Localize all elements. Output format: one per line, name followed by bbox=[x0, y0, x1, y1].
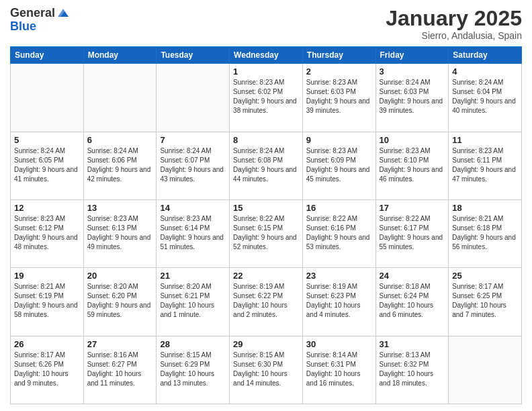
day-info: Sunrise: 8:15 AM Sunset: 6:29 PM Dayligh… bbox=[160, 351, 226, 388]
day-number: 24 bbox=[380, 271, 445, 281]
day-info: Sunrise: 8:23 AM Sunset: 6:10 PM Dayligh… bbox=[380, 146, 445, 184]
day-cell: 23Sunrise: 8:19 AM Sunset: 6:23 PM Dayli… bbox=[302, 268, 375, 336]
day-info: Sunrise: 8:21 AM Sunset: 6:18 PM Dayligh… bbox=[452, 214, 518, 252]
day-header-friday: Friday bbox=[375, 47, 449, 64]
day-info: Sunrise: 8:23 AM Sunset: 6:13 PM Dayligh… bbox=[87, 214, 153, 252]
day-number: 31 bbox=[380, 339, 445, 349]
day-cell: 9Sunrise: 8:23 AM Sunset: 6:09 PM Daylig… bbox=[302, 132, 375, 199]
day-info: Sunrise: 8:23 AM Sunset: 6:03 PM Dayligh… bbox=[306, 78, 372, 116]
day-info: Sunrise: 8:22 AM Sunset: 6:17 PM Dayligh… bbox=[380, 214, 445, 252]
day-cell bbox=[449, 336, 522, 404]
day-cell: 11Sunrise: 8:23 AM Sunset: 6:11 PM Dayli… bbox=[449, 132, 522, 199]
day-info: Sunrise: 8:14 AM Sunset: 6:31 PM Dayligh… bbox=[306, 351, 372, 388]
day-info: Sunrise: 8:22 AM Sunset: 6:15 PM Dayligh… bbox=[233, 214, 299, 252]
day-info: Sunrise: 8:20 AM Sunset: 6:21 PM Dayligh… bbox=[160, 282, 226, 320]
day-cell: 21Sunrise: 8:20 AM Sunset: 6:21 PM Dayli… bbox=[157, 268, 230, 336]
day-number: 25 bbox=[452, 271, 518, 281]
day-cell: 20Sunrise: 8:20 AM Sunset: 6:20 PM Dayli… bbox=[83, 268, 157, 336]
day-info: Sunrise: 8:24 AM Sunset: 6:03 PM Dayligh… bbox=[380, 78, 445, 116]
day-info: Sunrise: 8:23 AM Sunset: 6:11 PM Dayligh… bbox=[452, 146, 518, 184]
day-cell: 15Sunrise: 8:22 AM Sunset: 6:15 PM Dayli… bbox=[230, 199, 303, 267]
day-number: 22 bbox=[233, 271, 299, 281]
day-number: 7 bbox=[160, 135, 226, 145]
day-cell: 5Sunrise: 8:24 AM Sunset: 6:05 PM Daylig… bbox=[11, 132, 84, 199]
week-row-1: 1Sunrise: 8:23 AM Sunset: 6:02 PM Daylig… bbox=[11, 64, 522, 132]
day-number: 10 bbox=[380, 135, 445, 145]
day-cell: 18Sunrise: 8:21 AM Sunset: 6:18 PM Dayli… bbox=[449, 199, 522, 267]
day-info: Sunrise: 8:17 AM Sunset: 6:25 PM Dayligh… bbox=[452, 282, 518, 320]
day-number: 5 bbox=[14, 135, 80, 145]
day-info: Sunrise: 8:18 AM Sunset: 6:24 PM Dayligh… bbox=[380, 282, 445, 320]
day-number: 18 bbox=[452, 203, 518, 213]
day-header-thursday: Thursday bbox=[302, 47, 375, 64]
page-container: General Blue January 2025 Sierro, Andalu… bbox=[0, 0, 532, 411]
week-row-4: 19Sunrise: 8:21 AM Sunset: 6:19 PM Dayli… bbox=[11, 268, 522, 336]
day-info: Sunrise: 8:19 AM Sunset: 6:22 PM Dayligh… bbox=[233, 282, 299, 320]
day-number: 28 bbox=[160, 339, 226, 349]
day-header-sunday: Sunday bbox=[11, 47, 84, 64]
day-number: 16 bbox=[306, 203, 372, 213]
day-cell: 16Sunrise: 8:22 AM Sunset: 6:16 PM Dayli… bbox=[302, 199, 375, 267]
day-number: 12 bbox=[14, 203, 80, 213]
day-info: Sunrise: 8:15 AM Sunset: 6:30 PM Dayligh… bbox=[233, 351, 299, 388]
day-info: Sunrise: 8:13 AM Sunset: 6:32 PM Dayligh… bbox=[380, 351, 445, 388]
day-cell: 7Sunrise: 8:24 AM Sunset: 6:07 PM Daylig… bbox=[157, 132, 230, 199]
day-info: Sunrise: 8:24 AM Sunset: 6:05 PM Dayligh… bbox=[14, 146, 80, 184]
day-number: 29 bbox=[233, 339, 299, 349]
day-cell bbox=[83, 64, 157, 132]
title-block: January 2025 Sierro, Andalusia, Spain bbox=[386, 7, 522, 41]
day-number: 2 bbox=[306, 66, 372, 77]
day-number: 3 bbox=[380, 66, 445, 77]
day-cell: 4Sunrise: 8:24 AM Sunset: 6:04 PM Daylig… bbox=[449, 64, 522, 132]
day-info: Sunrise: 8:23 AM Sunset: 6:02 PM Dayligh… bbox=[233, 78, 299, 116]
day-cell: 27Sunrise: 8:16 AM Sunset: 6:27 PM Dayli… bbox=[83, 336, 157, 404]
location: Sierro, Andalusia, Spain bbox=[386, 30, 522, 41]
day-number: 11 bbox=[452, 135, 518, 145]
day-info: Sunrise: 8:23 AM Sunset: 6:14 PM Dayligh… bbox=[160, 214, 226, 252]
day-number: 27 bbox=[87, 339, 153, 349]
day-cell: 24Sunrise: 8:18 AM Sunset: 6:24 PM Dayli… bbox=[375, 268, 449, 336]
day-number: 26 bbox=[14, 339, 80, 349]
day-number: 20 bbox=[87, 271, 153, 281]
week-row-3: 12Sunrise: 8:23 AM Sunset: 6:12 PM Dayli… bbox=[11, 199, 522, 267]
day-info: Sunrise: 8:17 AM Sunset: 6:26 PM Dayligh… bbox=[14, 351, 80, 388]
day-cell: 1Sunrise: 8:23 AM Sunset: 6:02 PM Daylig… bbox=[230, 64, 303, 132]
day-number: 6 bbox=[87, 135, 153, 145]
day-info: Sunrise: 8:23 AM Sunset: 6:09 PM Dayligh… bbox=[306, 146, 372, 184]
day-info: Sunrise: 8:24 AM Sunset: 6:04 PM Dayligh… bbox=[452, 78, 518, 116]
logo-icon bbox=[56, 6, 70, 19]
day-info: Sunrise: 8:20 AM Sunset: 6:20 PM Dayligh… bbox=[87, 282, 153, 320]
logo-blue: Blue bbox=[10, 20, 70, 34]
day-cell: 2Sunrise: 8:23 AM Sunset: 6:03 PM Daylig… bbox=[302, 64, 375, 132]
day-header-saturday: Saturday bbox=[449, 47, 522, 64]
day-info: Sunrise: 8:21 AM Sunset: 6:19 PM Dayligh… bbox=[14, 282, 80, 320]
day-header-monday: Monday bbox=[83, 47, 157, 64]
day-header-wednesday: Wednesday bbox=[230, 47, 303, 64]
day-cell: 8Sunrise: 8:24 AM Sunset: 6:08 PM Daylig… bbox=[230, 132, 303, 199]
logo-general: General bbox=[10, 7, 55, 20]
day-info: Sunrise: 8:23 AM Sunset: 6:12 PM Dayligh… bbox=[14, 214, 80, 252]
day-number: 21 bbox=[160, 271, 226, 281]
day-number: 19 bbox=[14, 271, 80, 281]
day-header-tuesday: Tuesday bbox=[157, 47, 230, 64]
day-number: 30 bbox=[306, 339, 372, 349]
day-info: Sunrise: 8:22 AM Sunset: 6:16 PM Dayligh… bbox=[306, 214, 372, 252]
day-cell: 28Sunrise: 8:15 AM Sunset: 6:29 PM Dayli… bbox=[157, 336, 230, 404]
day-cell: 12Sunrise: 8:23 AM Sunset: 6:12 PM Dayli… bbox=[11, 199, 84, 267]
day-number: 23 bbox=[306, 271, 372, 281]
day-cell bbox=[11, 64, 84, 132]
day-number: 13 bbox=[87, 203, 153, 213]
day-cell: 13Sunrise: 8:23 AM Sunset: 6:13 PM Dayli… bbox=[83, 199, 157, 267]
day-number: 15 bbox=[233, 203, 299, 213]
day-cell: 3Sunrise: 8:24 AM Sunset: 6:03 PM Daylig… bbox=[375, 64, 449, 132]
day-number: 9 bbox=[306, 135, 372, 145]
week-row-2: 5Sunrise: 8:24 AM Sunset: 6:05 PM Daylig… bbox=[11, 132, 522, 199]
day-info: Sunrise: 8:24 AM Sunset: 6:07 PM Dayligh… bbox=[160, 146, 226, 184]
week-row-5: 26Sunrise: 8:17 AM Sunset: 6:26 PM Dayli… bbox=[11, 336, 522, 404]
day-cell bbox=[157, 64, 230, 132]
day-cell: 30Sunrise: 8:14 AM Sunset: 6:31 PM Dayli… bbox=[302, 336, 375, 404]
day-info: Sunrise: 8:24 AM Sunset: 6:08 PM Dayligh… bbox=[233, 146, 299, 184]
day-info: Sunrise: 8:16 AM Sunset: 6:27 PM Dayligh… bbox=[87, 351, 153, 388]
day-cell: 17Sunrise: 8:22 AM Sunset: 6:17 PM Dayli… bbox=[375, 199, 449, 267]
day-info: Sunrise: 8:19 AM Sunset: 6:23 PM Dayligh… bbox=[306, 282, 372, 320]
